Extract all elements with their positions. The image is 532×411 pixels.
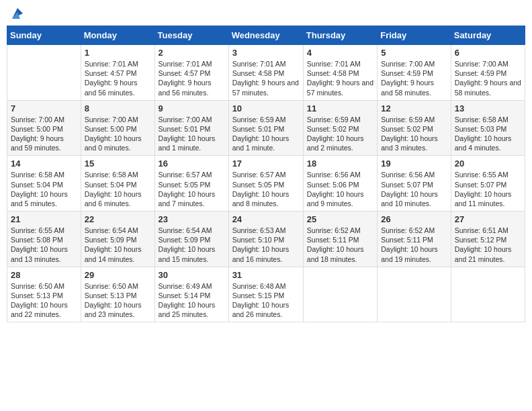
calendar-cell xyxy=(7,45,81,101)
calendar-cell: 12Sunrise: 6:59 AMSunset: 5:02 PMDayligh… xyxy=(378,100,451,156)
cell-info: Sunrise: 7:01 AMSunset: 4:57 PMDaylight:… xyxy=(159,59,225,97)
cell-info: Sunrise: 6:50 AMSunset: 5:13 PMDaylight:… xyxy=(11,281,77,320)
cell-date-number: 15 xyxy=(85,158,151,169)
cell-date-number: 16 xyxy=(159,158,225,169)
calendar-cell: 5Sunrise: 7:00 AMSunset: 4:59 PMDaylight… xyxy=(378,45,451,101)
cell-date-number: 13 xyxy=(455,103,521,113)
cell-info: Sunrise: 6:55 AMSunset: 5:08 PMDaylight:… xyxy=(11,226,77,264)
calendar-cell xyxy=(303,267,377,322)
calendar-cell: 2Sunrise: 7:01 AMSunset: 4:57 PMDaylight… xyxy=(154,45,228,101)
cell-date-number: 14 xyxy=(11,158,77,169)
cell-info: Sunrise: 6:59 AMSunset: 5:01 PMDaylight:… xyxy=(232,115,300,153)
cell-date-number: 8 xyxy=(85,103,151,113)
logo xyxy=(9,7,24,20)
cell-date-number: 3 xyxy=(232,48,300,58)
calendar-cell: 17Sunrise: 6:57 AMSunset: 5:05 PMDayligh… xyxy=(228,156,303,212)
cell-info: Sunrise: 7:00 AMSunset: 5:00 PMDaylight:… xyxy=(11,115,77,153)
col-sunday: Sunday xyxy=(7,26,81,45)
cell-info: Sunrise: 6:59 AMSunset: 5:02 PMDaylight:… xyxy=(381,115,447,153)
cell-info: Sunrise: 6:53 AMSunset: 5:10 PMDaylight:… xyxy=(232,226,300,264)
cell-date-number: 29 xyxy=(85,270,151,280)
calendar-cell: 13Sunrise: 6:58 AMSunset: 5:03 PMDayligh… xyxy=(451,100,525,156)
calendar-cell: 15Sunrise: 6:58 AMSunset: 5:04 PMDayligh… xyxy=(81,156,154,212)
cell-date-number: 9 xyxy=(159,103,225,113)
cell-info: Sunrise: 7:01 AMSunset: 4:57 PMDaylight:… xyxy=(85,59,151,97)
calendar-cell: 23Sunrise: 6:54 AMSunset: 5:09 PMDayligh… xyxy=(154,212,228,267)
cell-date-number: 18 xyxy=(307,158,373,169)
cell-date-number: 20 xyxy=(455,158,521,169)
cell-date-number: 22 xyxy=(85,214,151,224)
calendar-cell: 6Sunrise: 7:00 AMSunset: 4:59 PMDaylight… xyxy=(451,45,525,101)
calendar-cell: 25Sunrise: 6:52 AMSunset: 5:11 PMDayligh… xyxy=(303,212,377,267)
calendar-cell: 24Sunrise: 6:53 AMSunset: 5:10 PMDayligh… xyxy=(228,212,303,267)
cell-date-number: 7 xyxy=(11,103,77,113)
cell-info: Sunrise: 7:01 AMSunset: 4:58 PMDaylight:… xyxy=(307,59,373,97)
cell-date-number: 11 xyxy=(307,103,373,113)
cell-info: Sunrise: 6:52 AMSunset: 5:11 PMDaylight:… xyxy=(381,226,447,264)
cell-info: Sunrise: 6:50 AMSunset: 5:13 PMDaylight:… xyxy=(85,281,151,320)
col-monday: Monday xyxy=(81,26,154,45)
calendar-week-row: 1Sunrise: 7:01 AMSunset: 4:57 PMDaylight… xyxy=(7,45,525,101)
cell-info: Sunrise: 6:54 AMSunset: 5:09 PMDaylight:… xyxy=(85,226,151,264)
calendar-cell: 27Sunrise: 6:51 AMSunset: 5:12 PMDayligh… xyxy=(451,212,525,267)
cell-info: Sunrise: 6:49 AMSunset: 5:14 PMDaylight:… xyxy=(159,281,225,320)
cell-info: Sunrise: 6:54 AMSunset: 5:09 PMDaylight:… xyxy=(159,226,225,264)
col-thursday: Thursday xyxy=(303,26,377,45)
cell-info: Sunrise: 7:01 AMSunset: 4:58 PMDaylight:… xyxy=(232,59,300,97)
cell-info: Sunrise: 7:00 AMSunset: 5:01 PMDaylight:… xyxy=(159,115,225,153)
calendar-cell xyxy=(378,267,451,322)
cell-info: Sunrise: 6:52 AMSunset: 5:11 PMDaylight:… xyxy=(307,226,373,264)
cell-info: Sunrise: 6:56 AMSunset: 5:06 PMDaylight:… xyxy=(307,170,373,208)
calendar-cell: 22Sunrise: 6:54 AMSunset: 5:09 PMDayligh… xyxy=(81,212,154,267)
calendar-cell xyxy=(451,267,525,322)
cell-date-number: 30 xyxy=(159,270,225,280)
cell-info: Sunrise: 6:56 AMSunset: 5:07 PMDaylight:… xyxy=(381,170,447,208)
calendar-cell: 30Sunrise: 6:49 AMSunset: 5:14 PMDayligh… xyxy=(154,267,228,322)
cell-date-number: 10 xyxy=(232,103,300,113)
cell-date-number: 19 xyxy=(381,158,447,169)
cell-info: Sunrise: 6:58 AMSunset: 5:04 PMDaylight:… xyxy=(85,170,151,208)
cell-date-number: 6 xyxy=(455,48,521,58)
calendar-week-row: 14Sunrise: 6:58 AMSunset: 5:04 PMDayligh… xyxy=(7,156,525,212)
cell-info: Sunrise: 6:58 AMSunset: 5:03 PMDaylight:… xyxy=(455,115,521,153)
cell-date-number: 4 xyxy=(307,48,373,58)
cell-date-number: 5 xyxy=(381,48,447,58)
calendar-cell: 4Sunrise: 7:01 AMSunset: 4:58 PMDaylight… xyxy=(303,45,377,101)
logo-icon xyxy=(11,7,24,20)
page-header xyxy=(7,7,525,20)
calendar-week-row: 7Sunrise: 7:00 AMSunset: 5:00 PMDaylight… xyxy=(7,100,525,156)
calendar-cell: 28Sunrise: 6:50 AMSunset: 5:13 PMDayligh… xyxy=(7,267,81,322)
col-friday: Friday xyxy=(378,26,451,45)
calendar-cell: 18Sunrise: 6:56 AMSunset: 5:06 PMDayligh… xyxy=(303,156,377,212)
calendar-cell: 29Sunrise: 6:50 AMSunset: 5:13 PMDayligh… xyxy=(81,267,154,322)
calendar-cell: 3Sunrise: 7:01 AMSunset: 4:58 PMDaylight… xyxy=(228,45,303,101)
col-wednesday: Wednesday xyxy=(228,26,303,45)
calendar-cell: 20Sunrise: 6:55 AMSunset: 5:07 PMDayligh… xyxy=(451,156,525,212)
calendar-cell: 31Sunrise: 6:48 AMSunset: 5:15 PMDayligh… xyxy=(228,267,303,322)
calendar-week-row: 21Sunrise: 6:55 AMSunset: 5:08 PMDayligh… xyxy=(7,212,525,267)
cell-info: Sunrise: 6:57 AMSunset: 5:05 PMDaylight:… xyxy=(159,170,225,208)
calendar-cell: 1Sunrise: 7:01 AMSunset: 4:57 PMDaylight… xyxy=(81,45,154,101)
calendar-cell: 14Sunrise: 6:58 AMSunset: 5:04 PMDayligh… xyxy=(7,156,81,212)
cell-date-number: 31 xyxy=(232,270,300,280)
cell-date-number: 12 xyxy=(381,103,447,113)
cell-info: Sunrise: 6:59 AMSunset: 5:02 PMDaylight:… xyxy=(307,115,373,153)
cell-date-number: 21 xyxy=(11,214,77,224)
cell-info: Sunrise: 7:00 AMSunset: 4:59 PMDaylight:… xyxy=(381,59,447,97)
cell-info: Sunrise: 6:57 AMSunset: 5:05 PMDaylight:… xyxy=(232,170,300,208)
cell-date-number: 17 xyxy=(232,158,300,169)
col-tuesday: Tuesday xyxy=(154,26,228,45)
calendar-table: Sunday Monday Tuesday Wednesday Thursday… xyxy=(7,26,525,322)
cell-date-number: 25 xyxy=(307,214,373,224)
calendar-cell: 8Sunrise: 7:00 AMSunset: 5:00 PMDaylight… xyxy=(81,100,154,156)
calendar-header-row: Sunday Monday Tuesday Wednesday Thursday… xyxy=(7,26,525,45)
cell-date-number: 23 xyxy=(159,214,225,224)
calendar-cell: 19Sunrise: 6:56 AMSunset: 5:07 PMDayligh… xyxy=(378,156,451,212)
calendar-cell: 11Sunrise: 6:59 AMSunset: 5:02 PMDayligh… xyxy=(303,100,377,156)
cell-date-number: 24 xyxy=(232,214,300,224)
col-saturday: Saturday xyxy=(451,26,525,45)
calendar-cell: 9Sunrise: 7:00 AMSunset: 5:01 PMDaylight… xyxy=(154,100,228,156)
cell-date-number: 2 xyxy=(159,48,225,58)
cell-date-number: 27 xyxy=(455,214,521,224)
calendar-cell: 21Sunrise: 6:55 AMSunset: 5:08 PMDayligh… xyxy=(7,212,81,267)
